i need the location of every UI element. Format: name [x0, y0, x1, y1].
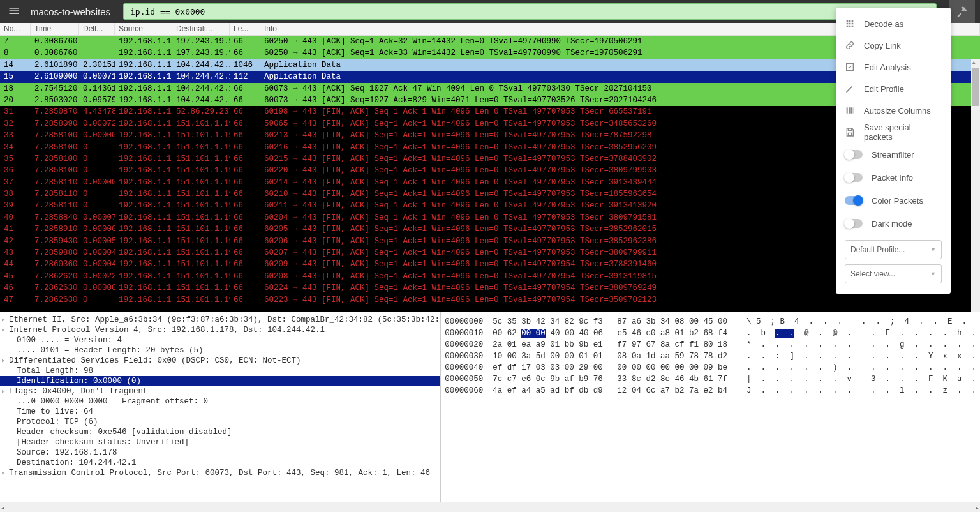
- tree-item[interactable]: Flags: 0x4000, Don't fragment: [0, 386, 440, 396]
- hex-row[interactable]: 00000030 10 00 3a 5d 00 00 01 01 08 0a 1…: [445, 350, 976, 362]
- packet-row[interactable]: 417.2858910...0.000007192.168.1.178151.1…: [0, 223, 980, 235]
- display-filter-input[interactable]: [123, 3, 937, 20]
- switch-icon[interactable]: [845, 150, 863, 159]
- packet-row[interactable]: 337.2858100...0.000001192.168.1.178151.1…: [0, 130, 980, 141]
- grid-icon: [845, 19, 855, 29]
- tree-item[interactable]: Identification: 0x0000 (0): [0, 376, 440, 386]
- tree-item[interactable]: [Header checksum status: Unverified]: [0, 437, 440, 448]
- packet-rows[interactable]: 70.3086760...0192.168.1.178197.243.19.93…: [0, 36, 980, 312]
- hex-row[interactable]: 00000050 7c c7 e6 0c 9b af b9 76 33 8c d…: [445, 373, 976, 385]
- packet-row[interactable]: 80.3086760...0192.168.1.178197.243.19.93…: [0, 47, 980, 59]
- column-headers: No... Time Delt... Source Destinati... L…: [0, 23, 980, 36]
- columns-icon: [845, 105, 855, 116]
- col-no[interactable]: No...: [0, 23, 31, 35]
- hex-row[interactable]: 00000000 5c 35 3b 42 34 82 9c f3 87 a6 3…: [445, 316, 976, 328]
- toggle-packet-info[interactable]: Packet Info: [836, 166, 951, 189]
- packet-row[interactable]: 357.2858100...0192.168.1.178151.101.1.19…: [0, 153, 980, 165]
- packet-row[interactable]: 457.2862620...0.000226192.168.1.178151.1…: [0, 271, 980, 282]
- packet-row[interactable]: 202.8503020...0.09579192.168.1.178104.24…: [0, 94, 980, 106]
- packet-details-tree[interactable]: Ethernet II, Src: Apple_a6:3b:34 (9c:f3:…: [0, 312, 440, 502]
- packet-row[interactable]: 317.2850870...4.434785192.168.1.17852.86…: [0, 106, 980, 117]
- profile-select-label: Default Profile...: [850, 245, 905, 254]
- tree-item[interactable]: Differentiated Services Field: 0x00 (DSC…: [0, 356, 440, 366]
- menu-save-special-packets[interactable]: Save special packets: [836, 121, 951, 143]
- col-delta[interactable]: Delt...: [79, 23, 115, 35]
- packet-row[interactable]: 397.2858110...0192.168.1.178151.101.1.19…: [0, 200, 980, 211]
- col-source[interactable]: Source: [115, 23, 172, 35]
- col-time[interactable]: Time: [31, 23, 79, 35]
- packet-row[interactable]: 377.2858110...0.000001192.168.1.178151.1…: [0, 177, 980, 188]
- pencil-icon: [845, 84, 855, 94]
- tree-item[interactable]: Source: 192.168.1.178: [0, 448, 440, 458]
- menu-decode-as[interactable]: Decode as: [836, 13, 951, 34]
- tree-item[interactable]: Protocol: TCP (6): [0, 417, 440, 427]
- packet-row[interactable]: 407.2858840...0.000073192.168.1.178151.1…: [0, 212, 980, 223]
- tree-item[interactable]: Destination: 104.244.42.1: [0, 458, 440, 468]
- hex-row[interactable]: 00000040 ef df 17 03 03 00 29 00 00 00 0…: [445, 362, 976, 373]
- tree-item[interactable]: 0100 .... = Version: 4: [0, 335, 440, 345]
- menu-edit-analysis[interactable]: Edit Analysis: [836, 56, 951, 78]
- packet-row[interactable]: 467.2862630...0.000001192.168.1.178151.1…: [0, 282, 980, 294]
- col-dest[interactable]: Destinati...: [172, 23, 230, 35]
- chevron-down-icon: ▼: [930, 271, 936, 277]
- footer-bar: ◂ ▸: [0, 502, 980, 512]
- edit-box-icon: [845, 62, 855, 72]
- hamburger-menu-button[interactable]: [5, 2, 23, 22]
- tree-item[interactable]: .... 0101 = Header Length: 20 bytes (5): [0, 345, 440, 356]
- packet-row[interactable]: 387.2858110...0192.168.1.178151.101.1.19…: [0, 188, 980, 200]
- menu-copy-link[interactable]: Copy Link: [836, 34, 951, 56]
- hex-row[interactable]: 00000060 4a ef a4 a5 ad bf db d9 12 04 6…: [445, 385, 976, 396]
- profile-select[interactable]: Default Profile... ▼: [845, 240, 942, 259]
- chevron-down-icon: ▼: [930, 246, 936, 253]
- view-select-label: Select view...: [850, 269, 895, 278]
- packet-row[interactable]: 327.2858090...0.000722192.168.1.178151.1…: [0, 118, 980, 130]
- packet-row[interactable]: 367.2858100...0192.168.1.178151.101.1.19…: [0, 165, 980, 176]
- link-icon: [845, 40, 855, 50]
- tree-item[interactable]: Time to live: 64: [0, 407, 440, 417]
- context-menu: Decode asCopy LinkEdit AnalysisEdit Prof…: [836, 8, 951, 294]
- packet-row[interactable]: 477.2862630...0192.168.1.178151.101.1.19…: [0, 294, 980, 306]
- tree-item[interactable]: Header checksum: 0xe546 [validation disa…: [0, 427, 440, 437]
- scrollbar-vertical[interactable]: [971, 59, 980, 312]
- tree-item[interactable]: Internet Protocol Version 4, Src: 192.16…: [0, 325, 440, 335]
- packet-row[interactable]: 427.2859430...0.000052192.168.1.178151.1…: [0, 236, 980, 247]
- file-title: macos-to-websites: [31, 6, 110, 17]
- scroll-right-icon[interactable]: ▸: [976, 505, 979, 511]
- switch-icon[interactable]: [845, 196, 863, 205]
- view-select[interactable]: Select view... ▼: [845, 264, 942, 283]
- hex-row[interactable]: 00000020 2a 01 ea a9 01 bb 9b e1 f7 97 6…: [445, 339, 976, 350]
- packet-row[interactable]: 182.7545120...0.143612192.168.1.178104.2…: [0, 83, 980, 94]
- packet-row[interactable]: 447.2860360...0.000048192.168.1.178151.1…: [0, 259, 980, 270]
- menu-edit-profile[interactable]: Edit Profile: [836, 78, 951, 100]
- scroll-left-icon[interactable]: ◂: [1, 505, 4, 511]
- packet-list: No... Time Delt... Source Destinati... L…: [0, 23, 980, 312]
- save-icon: [845, 127, 855, 137]
- tree-item[interactable]: ...0 0000 0000 0000 = Fragment offset: 0: [0, 396, 440, 407]
- switch-icon[interactable]: [845, 173, 863, 182]
- packet-row[interactable]: 70.3086760...0192.168.1.178197.243.19.93…: [0, 36, 980, 47]
- toggle-color-packets[interactable]: Color Packets: [836, 189, 951, 212]
- packet-row[interactable]: 142.6101890...2.301513192.168.1.178104.2…: [0, 59, 980, 71]
- tree-item[interactable]: Transmission Control Protocol, Src Port:…: [0, 468, 440, 478]
- toggle-dark-mode[interactable]: Dark mode: [836, 212, 951, 235]
- settings-button[interactable]: [949, 0, 975, 23]
- packet-bytes-hex[interactable]: 00000000 5c 35 3b 42 34 82 9c f3 87 a6 3…: [440, 312, 980, 502]
- tree-item[interactable]: Total Length: 98: [0, 366, 440, 376]
- col-length[interactable]: Le...: [230, 23, 260, 35]
- top-bar: macos-to-websites: [0, 0, 980, 23]
- menu-autosize-columns[interactable]: Autosize Columns: [836, 100, 951, 121]
- tree-item[interactable]: Ethernet II, Src: Apple_a6:3b:34 (9c:f3:…: [0, 315, 440, 325]
- toggle-streamfilter[interactable]: Streamfilter: [836, 143, 951, 166]
- packet-row[interactable]: 437.2859880...0.000045192.168.1.178151.1…: [0, 247, 980, 259]
- packet-row[interactable]: 152.6109000...0.000711192.168.1.178104.2…: [0, 71, 980, 82]
- hex-row[interactable]: 00000010 00 62 00 00 40 00 40 06 e5 46 c…: [445, 328, 976, 339]
- packet-row[interactable]: 347.2858100...0192.168.1.178151.101.1.19…: [0, 142, 980, 153]
- switch-icon[interactable]: [845, 219, 863, 228]
